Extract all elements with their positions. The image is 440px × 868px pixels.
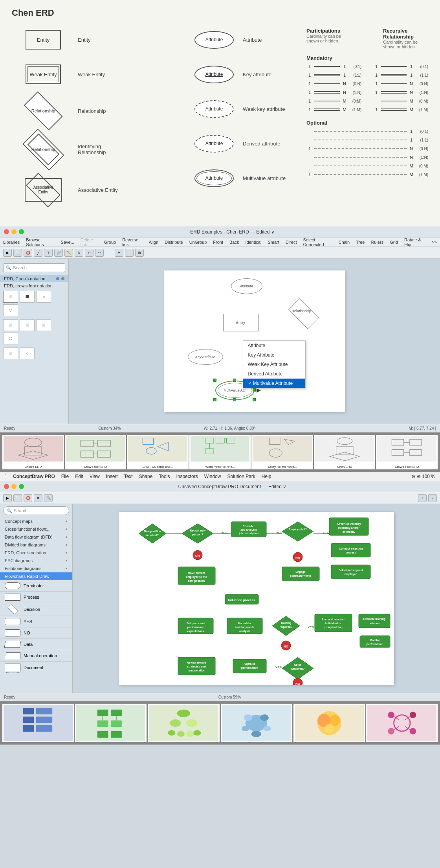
ctx-key-attribute[interactable]: Key Attribute	[243, 350, 305, 360]
entity-shape[interactable]: Entity	[26, 30, 61, 50]
toolbar-zoom-in[interactable]: +	[115, 249, 123, 257]
menu-smart[interactable]: Smart	[268, 240, 279, 245]
sidebar-icon-8[interactable]: ◯	[3, 333, 18, 344]
sidebar-icon-weak-entity[interactable]: ⬛	[20, 291, 35, 303]
toolbar-btn-3[interactable]: ⭕	[24, 249, 32, 257]
menu-identical[interactable]: Identical	[245, 240, 261, 245]
toolbar-btn-8[interactable]: ⊕	[75, 249, 83, 257]
macos-menubar[interactable]:  ConceptDraw PRO File Edit View Insert …	[0, 472, 440, 481]
attr-key-shape[interactable]: Attribute	[194, 66, 234, 83]
minimize-button[interactable]	[11, 229, 16, 234]
menu-ungroup[interactable]: UnGroup	[189, 240, 207, 245]
app-name[interactable]: ConceptDraw PRO	[13, 474, 55, 479]
sidebar-divided-bar[interactable]: Divided bar diagrams ●	[0, 541, 72, 549]
menu-align[interactable]: Align	[149, 240, 158, 245]
sidebar-icon-10[interactable]: ◇	[20, 348, 35, 359]
thumb-wordpress[interactable]: WordPress file-refe...	[189, 435, 251, 469]
handle-br[interactable]	[253, 398, 256, 401]
handle-bl[interactable]	[213, 398, 216, 401]
toolbar-btn-6[interactable]: 🔗	[54, 249, 63, 257]
erd-attribute-node[interactable]: Attribute	[231, 278, 262, 294]
handle-bm[interactable]	[233, 398, 236, 401]
menu-chain[interactable]: Chain	[338, 240, 350, 245]
sidebar-icon-rel[interactable]: ◇	[36, 291, 51, 303]
thumb2-4[interactable]	[221, 704, 292, 742]
attr-weakkey-shape[interactable]: Attribute	[194, 100, 234, 118]
menu-help[interactable]: Help	[262, 474, 271, 479]
menu-file[interactable]: File	[61, 474, 69, 479]
attr-derived-shape[interactable]: Attribute	[194, 135, 234, 153]
ctx-derived-attribute[interactable]: Derived Attribute	[243, 369, 305, 379]
menu-solution-park[interactable]: Solution Park	[227, 474, 255, 479]
thumb2-1[interactable]	[2, 704, 74, 742]
menu-insert[interactable]: Insert	[106, 474, 118, 479]
sidebar-item-chen[interactable]: ERD, Chen's notation	[0, 275, 68, 282]
sidebar-concept-maps[interactable]: Concept maps ●	[0, 517, 72, 525]
sidebar-search-input[interactable]: 🔍 Search	[3, 263, 65, 272]
toolbar-btn-2[interactable]: ⬜	[13, 249, 22, 257]
flow-tb-zoom-in[interactable]: +	[418, 494, 427, 502]
menu-text[interactable]: Text	[124, 474, 133, 479]
shape-no-row[interactable]: NO	[0, 627, 72, 639]
menu-libraries[interactable]: Libraries	[3, 240, 20, 245]
menu-rotate-flip[interactable]: Rotate & Flip	[404, 237, 425, 247]
thumb-chens-erd[interactable]: Chen's ERD	[2, 435, 64, 469]
shape-yes-row[interactable]: YES	[0, 616, 72, 627]
menu-edit[interactable]: Edit	[75, 474, 83, 479]
thumb2-3[interactable]	[148, 704, 219, 742]
ctx-weak-key-attribute[interactable]: Weak Key Attribute	[243, 360, 305, 369]
menu-bar[interactable]: Libraries Browse Solutions Save... Delet…	[0, 237, 440, 247]
menu-view[interactable]: View	[90, 474, 100, 479]
menu-shape[interactable]: Shape	[139, 474, 153, 479]
sidebar-icon-9[interactable]: ⬜	[3, 348, 18, 359]
close-button[interactable]	[4, 229, 9, 234]
attr-normal-shape[interactable]: Attribute	[194, 31, 234, 49]
thumb-entity-rel[interactable]: Entity-Relationship...	[251, 435, 313, 469]
menu-window[interactable]: Window	[204, 474, 221, 479]
sidebar-cross-functional[interactable]: Cross-functional flowc... ●	[0, 525, 72, 533]
sidebar-fishbone[interactable]: Fishbone diagrams ●	[0, 565, 72, 572]
sidebar-epc[interactable]: EPC diagrams ●	[0, 557, 72, 565]
relationship-shape[interactable]: Relationship	[24, 100, 63, 122]
menu-tree[interactable]: Tree	[356, 240, 365, 245]
sidebar-dfd[interactable]: Data flow diagram (DFD) ●	[0, 533, 72, 541]
shape-manual-row[interactable]: Manual operation	[0, 650, 72, 662]
flow-tb-zoom-out[interactable]: -	[428, 494, 437, 502]
sidebar-icon-entity[interactable]: ⬜	[3, 291, 18, 303]
menu-tools[interactable]: Tools	[159, 474, 170, 479]
handle-mr[interactable]	[253, 388, 256, 392]
menu-delete-link[interactable]: Delete link	[81, 237, 98, 247]
toolbar-btn-1[interactable]: ▶	[3, 249, 12, 257]
shape-process-row[interactable]: Process	[0, 592, 72, 603]
flowchart-maximize-btn[interactable]	[19, 484, 24, 489]
shape-data-row[interactable]: Data	[0, 639, 72, 650]
flow-tb-4[interactable]: ≡	[34, 494, 42, 502]
handle-tl[interactable]	[213, 379, 216, 382]
sidebar-erd-chen[interactable]: ERD, Chen's notation ●	[0, 549, 72, 557]
thumb-chen-erd[interactable]: Chen ERD	[314, 435, 376, 469]
erd-entity-node[interactable]: Entity	[223, 314, 258, 331]
toolbar-btn-9[interactable]: ↩	[85, 249, 94, 257]
thumb2-2[interactable]	[75, 704, 147, 742]
sidebar-item-crowsfoot[interactable]: ERD, crow's foot notation	[0, 282, 68, 289]
menu-group[interactable]: Group	[104, 240, 116, 245]
flowchart-search-input[interactable]: 🔍 Search	[3, 506, 69, 515]
toolbar-zoom-out[interactable]: -	[125, 249, 134, 257]
erd-key-attr-node[interactable]: Key Attribute	[188, 349, 223, 365]
menu-rulers[interactable]: Rulers	[371, 240, 383, 245]
ctx-attribute[interactable]: Attribute	[243, 341, 305, 350]
menu-reverse-link[interactable]: Reverse link	[122, 237, 143, 247]
identifying-rel-shape[interactable]: Relationship	[24, 138, 63, 161]
flowchart-close-btn[interactable]	[4, 484, 9, 489]
sidebar-icon-attr[interactable]: ◯	[3, 304, 18, 316]
shape-document-row[interactable]: Document	[0, 662, 72, 673]
menu-more[interactable]: >>	[432, 240, 437, 245]
toolbar-btn-10[interactable]: ↪	[95, 249, 104, 257]
thumb-erd-students[interactable]: ERD - Students and...	[127, 435, 189, 469]
sidebar-flowcharts-rapid[interactable]: Flowcharts Rapid Draw	[0, 572, 72, 580]
erd-relationship-node[interactable]: Relationship	[290, 306, 321, 324]
toolbar-btn-5[interactable]: T	[44, 249, 53, 257]
menu-select-connected[interactable]: Select Connected	[303, 237, 332, 247]
thumb2-5[interactable]	[293, 704, 365, 742]
flow-tb-2[interactable]: ⬜	[13, 494, 22, 502]
